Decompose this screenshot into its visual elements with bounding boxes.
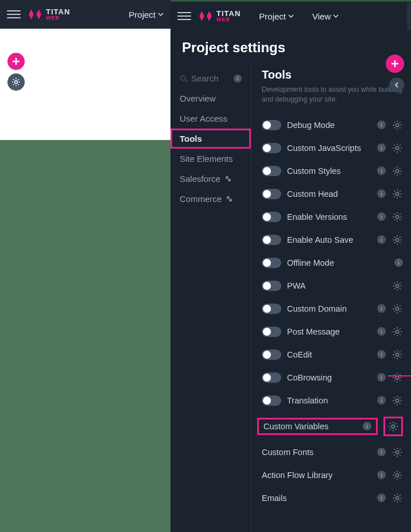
add-button[interactable] xyxy=(7,53,25,70)
tool-settings-button[interactable] xyxy=(391,303,403,314)
logo[interactable]: TITAN WEB xyxy=(28,7,70,22)
toggle-switch[interactable] xyxy=(262,304,281,314)
tool-label-wrap[interactable]: Custom Variablesi xyxy=(257,418,378,435)
tool-label: Enable Auto Save xyxy=(287,235,371,244)
project-menu-right[interactable]: Project xyxy=(259,11,294,21)
view-menu[interactable]: View xyxy=(312,11,339,21)
tool-row-translation: Translationi xyxy=(262,389,403,412)
project-menu-label: Project xyxy=(129,10,156,20)
toggle-switch[interactable] xyxy=(262,395,281,406)
info-icon[interactable]: i xyxy=(377,448,386,456)
gear-icon xyxy=(391,492,403,504)
tool-settings-button[interactable] xyxy=(391,395,403,406)
tool-label: Offline Mode xyxy=(287,258,389,267)
toggle-switch[interactable] xyxy=(262,189,281,199)
settings-content: Tools Development tools to assist you wh… xyxy=(251,64,411,532)
tool-settings-button[interactable] xyxy=(391,234,403,246)
settings-panel: TITAN WEB Project View Project settings … xyxy=(170,0,411,532)
nav-item-label: User Access xyxy=(180,114,227,123)
tool-row-cobrowsing: CoBrowsingi xyxy=(262,366,403,389)
nav-item-user-access[interactable]: User Access xyxy=(170,108,251,129)
logo-right[interactable]: TITAN WEB xyxy=(198,9,241,24)
toggle-switch[interactable] xyxy=(262,235,281,245)
nav-item-label: Commerce xyxy=(180,194,222,204)
info-icon[interactable]: i xyxy=(377,212,386,221)
nav-item-tools[interactable]: Tools xyxy=(170,129,251,149)
info-icon[interactable]: i xyxy=(377,396,386,405)
nav-item-salesforce[interactable]: Salesforce xyxy=(170,169,251,189)
toggle-switch[interactable] xyxy=(262,327,281,337)
svg-point-0 xyxy=(15,81,18,84)
nav-item-label: Tools xyxy=(180,134,202,143)
project-menu[interactable]: Project xyxy=(129,10,164,20)
svg-point-2 xyxy=(396,123,399,127)
nav-search[interactable]: Searchi xyxy=(170,68,251,88)
tool-label: Post Message xyxy=(287,327,371,336)
gear-icon xyxy=(391,165,403,177)
info-icon[interactable]: i xyxy=(377,304,386,313)
view-menu-label: View xyxy=(312,11,331,21)
info-icon[interactable]: i xyxy=(377,121,386,129)
svg-point-13 xyxy=(396,399,399,402)
external-link-icon xyxy=(225,176,231,182)
svg-point-7 xyxy=(396,238,399,242)
nav-item-commerce[interactable]: Commerce xyxy=(170,189,251,209)
tool-row-custom-styles: Custom Stylesi xyxy=(262,160,403,182)
tool-settings-button[interactable] xyxy=(391,280,403,292)
nav-item-overview[interactable]: Overview xyxy=(170,88,251,108)
toggle-switch[interactable] xyxy=(262,166,281,176)
tool-settings-button[interactable] xyxy=(391,326,403,337)
info-icon[interactable]: i xyxy=(377,350,386,359)
add-button-right[interactable] xyxy=(386,55,404,73)
toggle-switch[interactable] xyxy=(262,143,281,153)
gear-wrap xyxy=(383,417,403,436)
tool-row-post-message: Post Messagei xyxy=(262,320,403,343)
toggle-switch[interactable] xyxy=(262,120,281,130)
svg-point-17 xyxy=(396,496,399,500)
tool-settings-button[interactable] xyxy=(391,372,403,383)
toggle-switch[interactable] xyxy=(262,258,281,268)
tool-settings-button[interactable] xyxy=(391,142,403,154)
info-icon[interactable]: i xyxy=(363,422,371,430)
toggle-switch[interactable] xyxy=(262,212,281,222)
canvas-area[interactable] xyxy=(0,29,170,140)
tool-row-coedit: CoEditi xyxy=(262,343,403,366)
info-icon[interactable]: i xyxy=(377,235,386,244)
info-icon[interactable]: i xyxy=(377,494,386,502)
svg-point-9 xyxy=(396,307,399,310)
info-icon[interactable]: i xyxy=(377,327,386,336)
hamburger-menu-right[interactable] xyxy=(177,9,191,23)
svg-point-16 xyxy=(396,473,399,477)
tool-label: Debug Mode xyxy=(287,121,371,130)
tool-settings-button[interactable] xyxy=(391,165,403,177)
toggle-switch[interactable] xyxy=(262,281,281,291)
collapse-button[interactable] xyxy=(389,77,404,92)
settings-button[interactable] xyxy=(7,73,25,91)
tool-settings-button[interactable] xyxy=(391,349,403,360)
tool-row-custom-fonts: Custom Fontsi xyxy=(262,441,403,464)
right-edge xyxy=(407,3,411,30)
tool-settings-button[interactable] xyxy=(391,446,403,458)
info-icon[interactable]: i xyxy=(377,189,386,198)
info-icon[interactable]: i xyxy=(377,143,386,152)
svg-point-11 xyxy=(396,353,399,356)
right-topbar: TITAN WEB Project View xyxy=(170,2,411,30)
tool-settings-button[interactable] xyxy=(391,211,403,223)
project-menu-label: Project xyxy=(259,11,286,21)
tool-settings-button[interactable] xyxy=(391,469,403,481)
hamburger-menu[interactable] xyxy=(7,7,21,21)
gear-icon xyxy=(391,303,403,314)
tool-settings-button[interactable] xyxy=(391,119,403,131)
gear-icon xyxy=(391,469,403,481)
tool-settings-button[interactable] xyxy=(391,492,403,504)
info-icon[interactable]: i xyxy=(377,166,386,175)
nav-item-site-elements[interactable]: Site Elements xyxy=(170,149,251,169)
tool-settings-button[interactable] xyxy=(387,421,399,432)
toggle-switch[interactable] xyxy=(262,372,281,383)
gear-icon xyxy=(391,372,403,383)
tool-settings-button[interactable] xyxy=(391,188,403,200)
toggle-switch[interactable] xyxy=(262,350,281,360)
info-icon[interactable]: i xyxy=(377,373,386,382)
info-icon[interactable]: i xyxy=(394,258,403,267)
info-icon[interactable]: i xyxy=(377,471,386,479)
